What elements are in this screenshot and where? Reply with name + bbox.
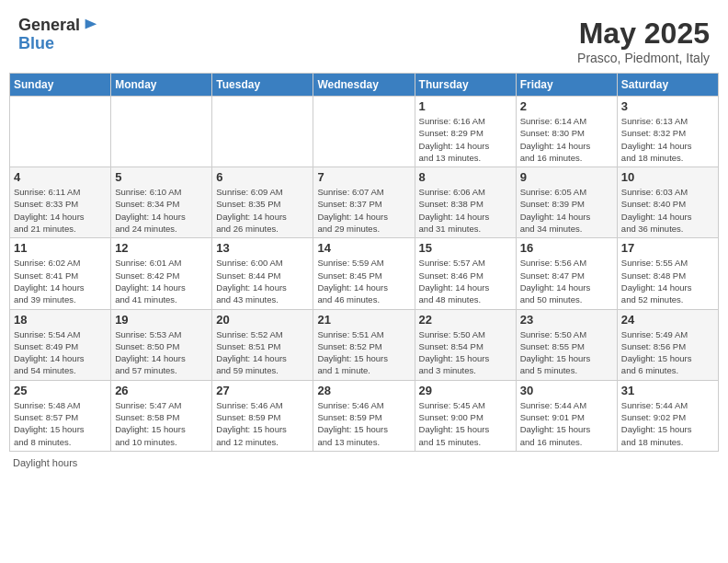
calendar-cell: 20Sunrise: 5:52 AM Sunset: 8:51 PM Dayli…	[212, 309, 313, 380]
day-number: 16	[520, 241, 613, 255]
calendar-cell: 7Sunrise: 6:07 AM Sunset: 8:37 PM Daylig…	[313, 167, 415, 238]
month-title: May 2025	[577, 17, 710, 51]
day-number: 5	[115, 170, 208, 184]
day-number: 23	[520, 313, 613, 327]
calendar-weekday-tuesday: Tuesday	[212, 74, 313, 97]
day-info: Sunrise: 5:46 AM Sunset: 8:59 PM Dayligh…	[317, 399, 410, 448]
calendar-cell: 29Sunrise: 5:45 AM Sunset: 9:00 PM Dayli…	[415, 380, 516, 451]
calendar-weekday-thursday: Thursday	[415, 74, 516, 97]
day-info: Sunrise: 5:50 AM Sunset: 8:55 PM Dayligh…	[520, 328, 613, 377]
calendar-cell: 25Sunrise: 5:48 AM Sunset: 8:57 PM Dayli…	[10, 380, 111, 451]
day-info: Sunrise: 5:47 AM Sunset: 8:58 PM Dayligh…	[115, 399, 208, 448]
day-number: 9	[520, 170, 613, 184]
day-info: Sunrise: 6:03 AM Sunset: 8:40 PM Dayligh…	[621, 186, 714, 235]
day-info: Sunrise: 6:00 AM Sunset: 8:44 PM Dayligh…	[216, 257, 309, 305]
calendar-cell: 4Sunrise: 6:11 AM Sunset: 8:33 PM Daylig…	[10, 167, 111, 238]
footer: Daylight hours	[9, 457, 719, 468]
day-info: Sunrise: 6:10 AM Sunset: 8:34 PM Dayligh…	[115, 186, 208, 235]
calendar-cell: 16Sunrise: 5:56 AM Sunset: 8:47 PM Dayli…	[516, 238, 617, 309]
calendar-cell: 6Sunrise: 6:09 AM Sunset: 8:35 PM Daylig…	[212, 167, 313, 238]
calendar-week-row: 25Sunrise: 5:48 AM Sunset: 8:57 PM Dayli…	[10, 380, 719, 451]
day-info: Sunrise: 5:46 AM Sunset: 8:59 PM Dayligh…	[216, 399, 309, 448]
calendar-cell: 18Sunrise: 5:54 AM Sunset: 8:49 PM Dayli…	[10, 309, 111, 380]
day-number: 26	[115, 384, 208, 397]
calendar-cell	[212, 97, 313, 167]
day-info: Sunrise: 6:01 AM Sunset: 8:42 PM Dayligh…	[115, 257, 208, 305]
day-info: Sunrise: 6:13 AM Sunset: 8:32 PM Dayligh…	[621, 115, 714, 164]
day-info: Sunrise: 5:52 AM Sunset: 8:51 PM Dayligh…	[216, 328, 309, 377]
calendar-cell: 1Sunrise: 6:16 AM Sunset: 8:29 PM Daylig…	[415, 97, 516, 167]
calendar-cell: 19Sunrise: 5:53 AM Sunset: 8:50 PM Dayli…	[111, 309, 212, 380]
calendar-cell: 3Sunrise: 6:13 AM Sunset: 8:32 PM Daylig…	[617, 97, 718, 167]
day-info: Sunrise: 6:14 AM Sunset: 8:30 PM Dayligh…	[520, 115, 613, 164]
day-number: 11	[14, 241, 107, 255]
day-info: Sunrise: 5:54 AM Sunset: 8:49 PM Dayligh…	[14, 328, 107, 377]
calendar-cell: 2Sunrise: 6:14 AM Sunset: 8:30 PM Daylig…	[516, 97, 617, 167]
calendar-table: SundayMondayTuesdayWednesdayThursdayFrid…	[9, 73, 719, 452]
calendar-header-row: SundayMondayTuesdayWednesdayThursdayFrid…	[10, 74, 719, 97]
day-info: Sunrise: 5:44 AM Sunset: 9:02 PM Dayligh…	[621, 399, 714, 448]
calendar-cell	[10, 97, 111, 167]
calendar-weekday-wednesday: Wednesday	[313, 74, 415, 97]
page-header: General Blue May 2025 Prasco, Piedmont, …	[9, 9, 719, 69]
calendar-cell	[111, 97, 212, 167]
day-number: 30	[520, 384, 613, 397]
day-number: 2	[520, 99, 613, 113]
day-info: Sunrise: 5:48 AM Sunset: 8:57 PM Dayligh…	[14, 399, 107, 448]
calendar-cell: 11Sunrise: 6:02 AM Sunset: 8:41 PM Dayli…	[10, 238, 111, 309]
calendar-cell: 24Sunrise: 5:49 AM Sunset: 8:56 PM Dayli…	[617, 309, 718, 380]
day-info: Sunrise: 5:45 AM Sunset: 9:00 PM Dayligh…	[419, 399, 512, 448]
calendar-cell: 31Sunrise: 5:44 AM Sunset: 9:02 PM Dayli…	[617, 380, 718, 451]
day-number: 29	[419, 384, 512, 397]
day-number: 13	[216, 241, 309, 255]
calendar-cell: 28Sunrise: 5:46 AM Sunset: 8:59 PM Dayli…	[313, 380, 415, 451]
title-block: May 2025 Prasco, Piedmont, Italy	[577, 17, 710, 65]
day-number: 22	[419, 313, 512, 327]
calendar-week-row: 18Sunrise: 5:54 AM Sunset: 8:49 PM Dayli…	[10, 309, 719, 380]
day-info: Sunrise: 5:55 AM Sunset: 8:48 PM Dayligh…	[621, 257, 714, 305]
day-number: 15	[419, 241, 512, 255]
daylight-hours-label: Daylight hours	[13, 457, 77, 468]
logo-flag-icon	[82, 17, 98, 34]
calendar-cell: 17Sunrise: 5:55 AM Sunset: 8:48 PM Dayli…	[617, 238, 718, 309]
day-info: Sunrise: 6:02 AM Sunset: 8:41 PM Dayligh…	[14, 257, 107, 305]
day-number: 14	[317, 241, 410, 255]
calendar-cell: 30Sunrise: 5:44 AM Sunset: 9:01 PM Dayli…	[516, 380, 617, 451]
day-number: 18	[14, 313, 107, 327]
day-info: Sunrise: 5:56 AM Sunset: 8:47 PM Dayligh…	[520, 257, 613, 305]
calendar-cell: 12Sunrise: 6:01 AM Sunset: 8:42 PM Dayli…	[111, 238, 212, 309]
day-number: 7	[317, 170, 410, 184]
day-info: Sunrise: 5:53 AM Sunset: 8:50 PM Dayligh…	[115, 328, 208, 377]
location-subtitle: Prasco, Piedmont, Italy	[577, 51, 710, 65]
calendar-cell: 26Sunrise: 5:47 AM Sunset: 8:58 PM Dayli…	[111, 380, 212, 451]
day-number: 31	[621, 384, 714, 397]
day-number: 17	[621, 241, 714, 255]
day-number: 8	[419, 170, 512, 184]
calendar-cell: 5Sunrise: 6:10 AM Sunset: 8:34 PM Daylig…	[111, 167, 212, 238]
calendar-cell: 14Sunrise: 5:59 AM Sunset: 8:45 PM Dayli…	[313, 238, 415, 309]
day-number: 19	[115, 313, 208, 327]
calendar-cell: 8Sunrise: 6:06 AM Sunset: 8:38 PM Daylig…	[415, 167, 516, 238]
day-info: Sunrise: 6:11 AM Sunset: 8:33 PM Dayligh…	[14, 186, 107, 235]
day-info: Sunrise: 6:06 AM Sunset: 8:38 PM Dayligh…	[419, 186, 512, 235]
svg-marker-0	[85, 19, 97, 29]
day-number: 6	[216, 170, 309, 184]
day-number: 20	[216, 313, 309, 327]
calendar-cell: 21Sunrise: 5:51 AM Sunset: 8:52 PM Dayli…	[313, 309, 415, 380]
calendar-cell	[313, 97, 415, 167]
calendar-week-row: 4Sunrise: 6:11 AM Sunset: 8:33 PM Daylig…	[10, 167, 719, 238]
calendar-weekday-saturday: Saturday	[617, 74, 718, 97]
calendar-weekday-sunday: Sunday	[10, 74, 111, 97]
day-number: 10	[621, 170, 714, 184]
calendar-weekday-friday: Friday	[516, 74, 617, 97]
day-number: 27	[216, 384, 309, 397]
calendar-cell: 23Sunrise: 5:50 AM Sunset: 8:55 PM Dayli…	[516, 309, 617, 380]
calendar-cell: 10Sunrise: 6:03 AM Sunset: 8:40 PM Dayli…	[617, 167, 718, 238]
day-info: Sunrise: 6:05 AM Sunset: 8:39 PM Dayligh…	[520, 186, 613, 235]
day-info: Sunrise: 5:44 AM Sunset: 9:01 PM Dayligh…	[520, 399, 613, 448]
day-info: Sunrise: 5:51 AM Sunset: 8:52 PM Dayligh…	[317, 328, 410, 377]
calendar-cell: 13Sunrise: 6:00 AM Sunset: 8:44 PM Dayli…	[212, 238, 313, 309]
day-number: 12	[115, 241, 208, 255]
day-info: Sunrise: 5:49 AM Sunset: 8:56 PM Dayligh…	[621, 328, 714, 377]
calendar-weekday-monday: Monday	[111, 74, 212, 97]
